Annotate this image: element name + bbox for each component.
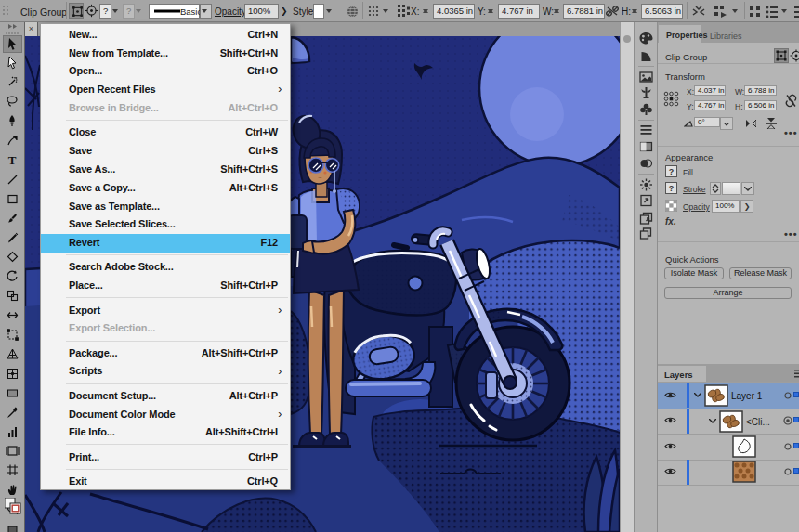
svg-text:T: T [8, 153, 17, 167]
